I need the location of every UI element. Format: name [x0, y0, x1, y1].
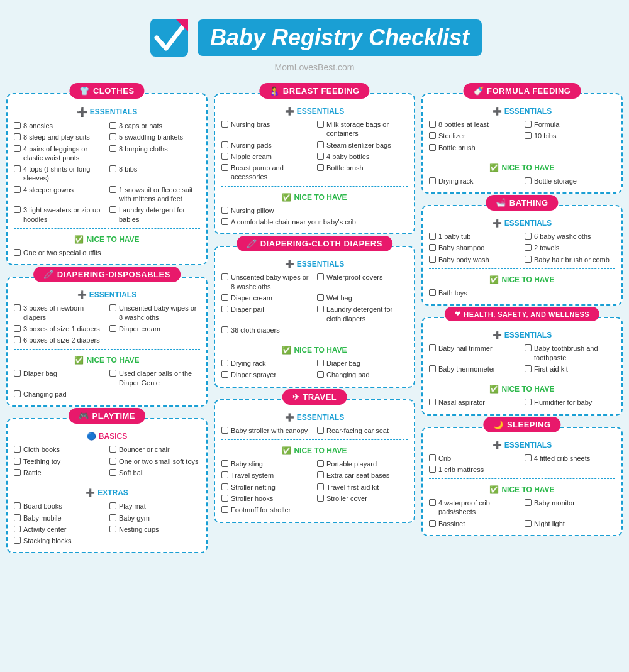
checkbox[interactable] [221, 483, 228, 490]
checkbox[interactable] [525, 365, 532, 372]
checkbox[interactable] [429, 344, 436, 351]
checkbox[interactable] [317, 121, 324, 128]
checkbox[interactable] [429, 399, 436, 405]
checkbox[interactable] [317, 164, 324, 171]
checkbox[interactable] [221, 218, 228, 225]
checkbox[interactable] [14, 469, 21, 476]
checkbox[interactable] [109, 325, 116, 332]
checkbox[interactable] [14, 370, 21, 377]
checkbox[interactable] [14, 304, 21, 311]
checkbox[interactable] [14, 186, 21, 193]
checkbox[interactable] [221, 495, 228, 502]
checkbox[interactable] [109, 206, 116, 213]
checkbox[interactable] [14, 514, 21, 521]
checkbox[interactable] [429, 466, 436, 473]
checkbox[interactable] [109, 469, 116, 476]
checkbox[interactable] [221, 273, 228, 280]
list-item: Nipple cream [221, 151, 312, 162]
checkbox[interactable] [317, 371, 324, 378]
checkbox[interactable] [525, 520, 532, 527]
checkbox[interactable] [109, 145, 116, 152]
checkbox[interactable] [14, 446, 21, 453]
checkbox[interactable] [14, 133, 21, 140]
checkbox[interactable] [109, 446, 116, 453]
col-1: 👕 CLOTHES ➕ ESSENTIALS 8 onesies 3 caps … [6, 82, 208, 553]
checkbox[interactable] [429, 132, 436, 139]
checkbox[interactable] [429, 256, 436, 263]
checkbox[interactable] [525, 454, 532, 461]
checkbox[interactable] [109, 165, 116, 172]
checkbox[interactable] [109, 370, 116, 377]
checkbox[interactable] [221, 141, 228, 148]
checkbox[interactable] [525, 256, 532, 263]
checkbox[interactable] [221, 306, 228, 312]
checkbox[interactable] [14, 390, 21, 397]
checkbox[interactable] [429, 233, 436, 240]
checkbox[interactable] [317, 483, 324, 490]
checkbox[interactable] [14, 526, 21, 532]
sleep-nice-list: 4 waterproof crib pads/sheets Baby monit… [429, 498, 615, 529]
checkbox[interactable] [109, 304, 116, 311]
checkbox[interactable] [317, 306, 324, 312]
checkbox[interactable] [14, 122, 21, 129]
checkbox[interactable] [109, 514, 116, 521]
checkbox[interactable] [429, 454, 436, 461]
checkbox[interactable] [317, 360, 324, 366]
checkbox[interactable] [317, 495, 324, 502]
list-item: Teething toy [14, 456, 104, 466]
checkbox[interactable] [221, 506, 228, 513]
checkbox[interactable] [429, 289, 436, 296]
checkbox[interactable] [221, 164, 228, 171]
checkbox[interactable] [14, 325, 21, 332]
checkbox[interactable] [14, 165, 21, 172]
checkbox[interactable] [14, 206, 21, 213]
checkbox[interactable] [14, 537, 21, 544]
checkbox[interactable] [221, 471, 228, 478]
checkbox[interactable] [221, 294, 228, 301]
checkbox[interactable] [14, 458, 21, 465]
checkbox[interactable] [109, 458, 116, 465]
checkbox[interactable] [317, 273, 324, 280]
checkbox[interactable] [429, 244, 436, 251]
checkbox[interactable] [109, 133, 116, 140]
checkbox[interactable] [221, 121, 228, 128]
list-item: Changing pad [14, 389, 104, 399]
checkbox[interactable] [14, 145, 21, 152]
checkbox[interactable] [317, 153, 324, 160]
checkbox[interactable] [14, 336, 21, 343]
checkbox[interactable] [109, 186, 116, 193]
checkbox[interactable] [525, 399, 532, 405]
checkbox[interactable] [317, 294, 324, 301]
checkbox[interactable] [525, 132, 532, 139]
checkbox[interactable] [525, 244, 532, 251]
checkbox[interactable] [429, 177, 436, 184]
checkbox[interactable] [221, 360, 228, 366]
checkbox[interactable] [525, 499, 532, 506]
checkbox[interactable] [525, 233, 532, 240]
checkbox[interactable] [221, 427, 228, 434]
checkbox[interactable] [317, 471, 324, 478]
checkbox[interactable] [429, 144, 436, 151]
checkbox[interactable] [317, 427, 324, 434]
checkbox[interactable] [429, 365, 436, 372]
checkbox[interactable] [109, 502, 116, 509]
checkbox[interactable] [525, 344, 532, 351]
plus-icon: ➕ [77, 107, 87, 117]
checkbox[interactable] [109, 526, 116, 532]
checkbox[interactable] [221, 371, 228, 378]
checkbox[interactable] [525, 177, 532, 184]
checkbox[interactable] [429, 499, 436, 506]
checkbox[interactable] [14, 249, 21, 256]
checkbox[interactable] [317, 141, 324, 148]
checkbox[interactable] [429, 520, 436, 527]
checkbox[interactable] [221, 153, 228, 160]
checkbox[interactable] [429, 121, 436, 128]
checkbox[interactable] [221, 207, 228, 214]
checkbox[interactable] [109, 122, 116, 129]
diap-disp-essentials-list: 3 boxes of newborn diapers Unscented bab… [14, 303, 200, 345]
checkbox[interactable] [317, 460, 324, 467]
checkbox[interactable] [221, 326, 228, 333]
checkbox[interactable] [221, 460, 228, 467]
checkbox[interactable] [525, 121, 532, 128]
checkbox[interactable] [14, 502, 21, 509]
